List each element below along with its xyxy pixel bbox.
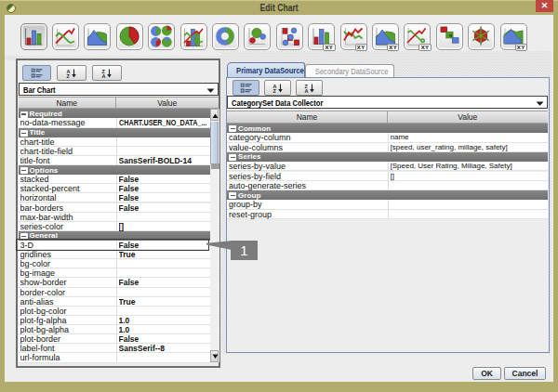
svg-text:A: A — [102, 73, 106, 79]
svg-text:Z: Z — [67, 73, 71, 79]
svg-text:Z: Z — [272, 88, 276, 94]
svg-text:A: A — [304, 88, 308, 94]
